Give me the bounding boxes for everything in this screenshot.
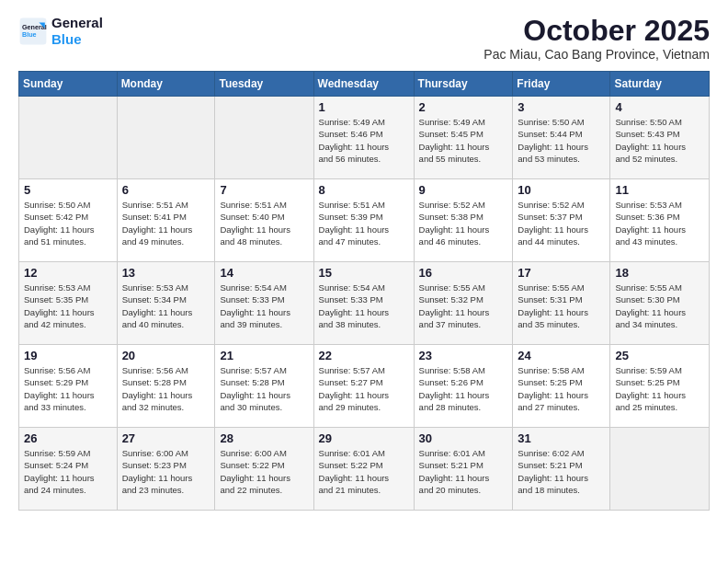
calendar-cell: 7Sunrise: 5:51 AM Sunset: 5:40 PM Daylig…	[215, 179, 313, 262]
day-number: 12	[24, 266, 112, 280]
day-header-sunday: Sunday	[19, 72, 118, 97]
day-number: 10	[518, 183, 605, 197]
day-info: Sunrise: 5:52 AM Sunset: 5:38 PM Dayligh…	[419, 199, 508, 247]
calendar-cell: 18Sunrise: 5:55 AM Sunset: 5:30 PM Dayli…	[610, 262, 710, 345]
day-number: 7	[220, 183, 308, 197]
day-number: 30	[419, 431, 508, 445]
day-info: Sunrise: 5:51 AM Sunset: 5:39 PM Dayligh…	[319, 199, 409, 247]
calendar-cell: 11Sunrise: 5:53 AM Sunset: 5:36 PM Dayli…	[610, 179, 710, 262]
day-number: 28	[220, 431, 308, 445]
day-number: 3	[518, 100, 605, 114]
day-info: Sunrise: 5:55 AM Sunset: 5:32 PM Dayligh…	[419, 282, 508, 330]
calendar-cell: 9Sunrise: 5:52 AM Sunset: 5:38 PM Daylig…	[414, 179, 513, 262]
day-number: 29	[319, 431, 409, 445]
day-number: 18	[615, 266, 704, 280]
day-number: 21	[220, 349, 308, 362]
calendar-body: 1Sunrise: 5:49 AM Sunset: 5:46 PM Daylig…	[19, 97, 710, 511]
day-info: Sunrise: 5:57 AM Sunset: 5:28 PM Dayligh…	[220, 364, 308, 413]
day-number: 26	[24, 431, 112, 445]
calendar-cell: 31Sunrise: 6:02 AM Sunset: 5:21 PM Dayli…	[513, 428, 610, 511]
day-number: 13	[122, 266, 210, 280]
calendar-cell	[215, 97, 313, 179]
calendar-cell: 3Sunrise: 5:50 AM Sunset: 5:44 PM Daylig…	[513, 97, 610, 179]
day-number: 24	[518, 349, 605, 362]
days-of-week-row: SundayMondayTuesdayWednesdayThursdayFrid…	[19, 72, 710, 97]
day-number: 23	[419, 349, 508, 362]
day-info: Sunrise: 5:55 AM Sunset: 5:31 PM Dayligh…	[518, 282, 605, 330]
page-header: General Blue General Blue October 2025 P…	[18, 15, 710, 62]
calendar-cell: 4Sunrise: 5:50 AM Sunset: 5:43 PM Daylig…	[610, 97, 710, 179]
day-info: Sunrise: 5:53 AM Sunset: 5:36 PM Dayligh…	[615, 199, 704, 247]
calendar-cell: 26Sunrise: 5:59 AM Sunset: 5:24 PM Dayli…	[19, 428, 118, 511]
month-title: October 2025	[483, 15, 710, 47]
calendar-cell: 8Sunrise: 5:51 AM Sunset: 5:39 PM Daylig…	[313, 179, 414, 262]
calendar-cell: 29Sunrise: 6:01 AM Sunset: 5:22 PM Dayli…	[313, 428, 414, 511]
day-info: Sunrise: 5:54 AM Sunset: 5:33 PM Dayligh…	[220, 282, 308, 330]
calendar-cell: 23Sunrise: 5:58 AM Sunset: 5:26 PM Dayli…	[414, 345, 513, 428]
day-header-wednesday: Wednesday	[313, 72, 414, 97]
calendar-cell: 12Sunrise: 5:53 AM Sunset: 5:35 PM Dayli…	[19, 262, 118, 345]
calendar-week-2: 5Sunrise: 5:50 AM Sunset: 5:42 PM Daylig…	[19, 179, 710, 262]
calendar-cell: 21Sunrise: 5:57 AM Sunset: 5:28 PM Dayli…	[215, 345, 313, 428]
title-block: October 2025 Pac Miau, Cao Bang Province…	[483, 15, 710, 62]
calendar-cell: 17Sunrise: 5:55 AM Sunset: 5:31 PM Dayli…	[513, 262, 610, 345]
calendar-cell: 13Sunrise: 5:53 AM Sunset: 5:34 PM Dayli…	[117, 262, 215, 345]
day-info: Sunrise: 5:59 AM Sunset: 5:24 PM Dayligh…	[24, 447, 112, 496]
day-number: 22	[319, 349, 409, 362]
day-number: 25	[615, 349, 704, 362]
calendar-cell: 15Sunrise: 5:54 AM Sunset: 5:33 PM Dayli…	[313, 262, 414, 345]
logo: General Blue General Blue	[18, 15, 103, 48]
day-info: Sunrise: 5:50 AM Sunset: 5:44 PM Dayligh…	[518, 116, 605, 165]
calendar-cell: 30Sunrise: 6:01 AM Sunset: 5:21 PM Dayli…	[414, 428, 513, 511]
calendar-week-4: 19Sunrise: 5:56 AM Sunset: 5:29 PM Dayli…	[19, 345, 710, 428]
day-info: Sunrise: 5:55 AM Sunset: 5:30 PM Dayligh…	[615, 282, 704, 330]
day-number: 9	[419, 183, 508, 197]
day-info: Sunrise: 5:52 AM Sunset: 5:37 PM Dayligh…	[518, 199, 605, 247]
calendar-header: SundayMondayTuesdayWednesdayThursdayFrid…	[19, 72, 710, 97]
day-header-thursday: Thursday	[414, 72, 513, 97]
day-number: 15	[319, 266, 409, 280]
calendar-cell	[19, 97, 118, 179]
calendar-week-5: 26Sunrise: 5:59 AM Sunset: 5:24 PM Dayli…	[19, 428, 710, 511]
day-number: 20	[122, 349, 210, 362]
calendar-cell	[117, 97, 215, 179]
calendar-cell: 6Sunrise: 5:51 AM Sunset: 5:41 PM Daylig…	[117, 179, 215, 262]
day-number: 11	[615, 183, 704, 197]
day-header-tuesday: Tuesday	[215, 72, 313, 97]
day-info: Sunrise: 5:56 AM Sunset: 5:29 PM Dayligh…	[24, 364, 112, 413]
day-number: 1	[319, 100, 409, 114]
day-header-friday: Friday	[513, 72, 610, 97]
day-info: Sunrise: 5:51 AM Sunset: 5:41 PM Dayligh…	[122, 199, 210, 247]
calendar-cell: 25Sunrise: 5:59 AM Sunset: 5:25 PM Dayli…	[610, 345, 710, 428]
day-number: 17	[518, 266, 605, 280]
day-info: Sunrise: 5:56 AM Sunset: 5:28 PM Dayligh…	[122, 364, 210, 413]
day-header-saturday: Saturday	[610, 72, 710, 97]
day-number: 14	[220, 266, 308, 280]
logo-text: General Blue	[51, 15, 103, 48]
day-info: Sunrise: 5:49 AM Sunset: 5:46 PM Dayligh…	[319, 116, 409, 165]
day-number: 4	[615, 100, 704, 114]
day-number: 8	[319, 183, 409, 197]
logo-icon: General Blue	[18, 17, 48, 46]
calendar-cell: 10Sunrise: 5:52 AM Sunset: 5:37 PM Dayli…	[513, 179, 610, 262]
calendar-cell: 1Sunrise: 5:49 AM Sunset: 5:46 PM Daylig…	[313, 97, 414, 179]
logo-line2: Blue	[51, 31, 103, 48]
day-info: Sunrise: 5:50 AM Sunset: 5:42 PM Dayligh…	[24, 199, 112, 247]
calendar-cell: 27Sunrise: 6:00 AM Sunset: 5:23 PM Dayli…	[117, 428, 215, 511]
day-number: 31	[518, 431, 605, 445]
day-info: Sunrise: 5:54 AM Sunset: 5:33 PM Dayligh…	[319, 282, 409, 330]
day-info: Sunrise: 5:53 AM Sunset: 5:34 PM Dayligh…	[122, 282, 210, 330]
logo-line1: General	[51, 15, 103, 31]
day-info: Sunrise: 6:02 AM Sunset: 5:21 PM Dayligh…	[518, 447, 605, 496]
calendar-cell: 28Sunrise: 6:00 AM Sunset: 5:22 PM Dayli…	[215, 428, 313, 511]
calendar-cell: 19Sunrise: 5:56 AM Sunset: 5:29 PM Dayli…	[19, 345, 118, 428]
day-info: Sunrise: 5:57 AM Sunset: 5:27 PM Dayligh…	[319, 364, 409, 413]
calendar-week-3: 12Sunrise: 5:53 AM Sunset: 5:35 PM Dayli…	[19, 262, 710, 345]
calendar-cell: 5Sunrise: 5:50 AM Sunset: 5:42 PM Daylig…	[19, 179, 118, 262]
day-info: Sunrise: 6:00 AM Sunset: 5:22 PM Dayligh…	[220, 447, 308, 496]
svg-text:Blue: Blue	[22, 30, 37, 39]
day-info: Sunrise: 6:01 AM Sunset: 5:21 PM Dayligh…	[419, 447, 508, 496]
day-info: Sunrise: 5:58 AM Sunset: 5:25 PM Dayligh…	[518, 364, 605, 413]
day-number: 5	[24, 183, 112, 197]
calendar-cell: 14Sunrise: 5:54 AM Sunset: 5:33 PM Dayli…	[215, 262, 313, 345]
